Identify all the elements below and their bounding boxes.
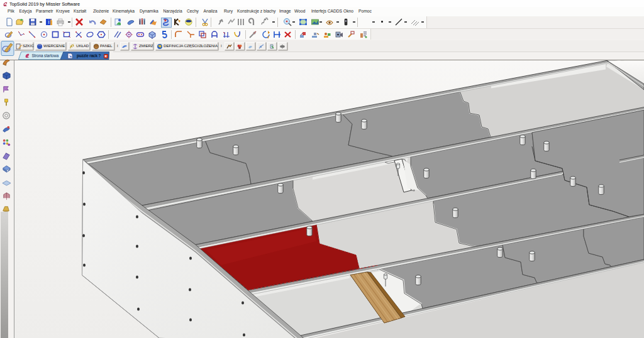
svg-text:i: i <box>48 19 50 25</box>
